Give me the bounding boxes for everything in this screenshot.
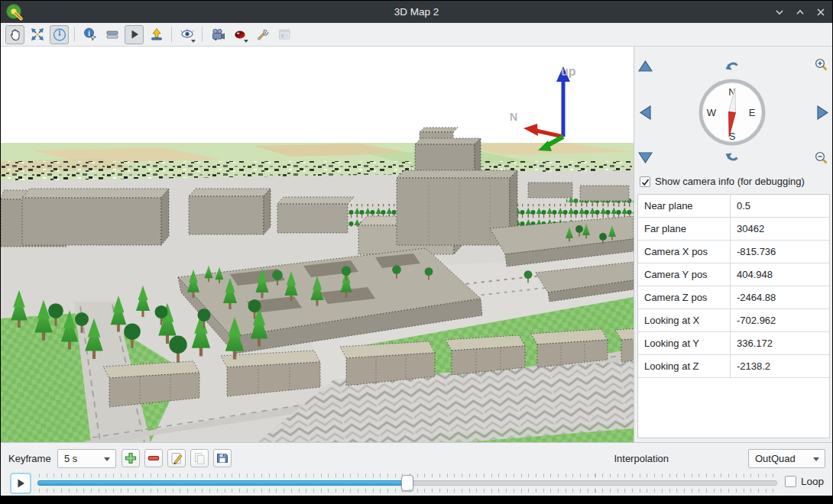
zoom-full-button[interactable] — [28, 25, 47, 44]
row-value: -2138.2 — [731, 355, 829, 377]
save-animation-button[interactable] — [213, 449, 232, 467]
interpolation-label: Interpolation — [614, 453, 669, 464]
table-row: Looking at Z -2138.2 — [638, 355, 829, 378]
minimize-button[interactable] — [773, 6, 785, 18]
row-label: Camera X pos — [638, 241, 731, 263]
identify-button[interactable]: i — [80, 25, 99, 44]
measure-icon — [105, 27, 120, 42]
record-camera-button[interactable] — [208, 25, 227, 44]
table-row: Far plane 30462 — [638, 218, 829, 241]
move-up-button[interactable] — [637, 58, 653, 73]
zoom-full-icon — [30, 27, 45, 42]
row-label: Camera Z pos — [638, 286, 731, 309]
export-arrow-icon — [149, 27, 164, 42]
3d-viewport[interactable]: up N — [1, 47, 634, 442]
qgis-3d-map-window: 3D Map 2 — [1, 1, 832, 496]
zoom-out-icon — [814, 150, 828, 164]
navigation-dial-icon — [52, 27, 67, 42]
move-down-button[interactable] — [637, 150, 653, 165]
compass[interactable]: N E S W — [698, 79, 766, 146]
camera-panel: N E S W Show camera info (for debugging)… — [634, 47, 832, 442]
arrow-down-icon — [638, 152, 653, 163]
table-row: Looking at Y 336.172 — [638, 332, 829, 355]
effects-menu-button[interactable] — [230, 25, 249, 44]
zoom-in-button[interactable] — [813, 57, 828, 72]
axis-north-label: N — [510, 111, 517, 123]
rotate-up-icon — [725, 59, 739, 73]
maximize-button[interactable] — [794, 6, 805, 18]
keyframe-duration-value: 5 s — [64, 453, 77, 464]
row-value: -2464.88 — [731, 286, 829, 309]
interpolation-select[interactable]: OutQuad — [748, 449, 825, 468]
loop-label: Loop — [801, 476, 824, 487]
camera-info-table: Near plane 0.5 Far plane 30462 Camera X … — [637, 194, 830, 438]
rotate-down-icon — [725, 150, 739, 164]
duplicate-keyframe-button[interactable] — [190, 449, 209, 467]
row-value: -815.736 — [731, 241, 829, 263]
table-row: Camera Z pos -2464.88 — [638, 286, 829, 309]
move-left-button[interactable] — [637, 105, 653, 120]
tilt-up-button[interactable] — [724, 58, 740, 73]
row-label: Near plane — [638, 195, 731, 217]
timeline-progress — [37, 480, 407, 486]
svg-text:i: i — [88, 30, 90, 37]
toolbar-separator — [202, 27, 203, 42]
navigation-toggle-button[interactable] — [50, 25, 69, 44]
row-label: Looking at X — [638, 309, 731, 331]
add-keyframe-button[interactable] — [122, 449, 140, 467]
loop-checkbox[interactable] — [785, 476, 796, 487]
save-icon — [216, 451, 229, 465]
keyframe-label: Keyframe — [8, 453, 51, 464]
table-row: Camera X pos -815.736 — [638, 241, 829, 263]
move-right-button[interactable] — [815, 105, 830, 120]
view-menu-button[interactable] — [177, 25, 196, 44]
wrench-icon — [254, 27, 270, 42]
row-label: Camera Y pos — [638, 263, 731, 286]
measure-line-button[interactable] — [102, 25, 122, 44]
movie-camera-icon — [210, 27, 225, 42]
play-animation-button[interactable] — [10, 473, 31, 494]
row-label: Looking at Z — [638, 355, 731, 377]
identify-icon: i — [83, 27, 98, 42]
chevron-down-icon — [774, 7, 785, 18]
play-icon — [127, 27, 142, 42]
animations-button[interactable] — [125, 25, 144, 44]
titlebar[interactable]: 3D Map 2 — [1, 1, 832, 23]
timeline-slider[interactable] — [37, 473, 777, 493]
camera-pan-button[interactable] — [5, 25, 24, 44]
show-camera-info-checkbox[interactable] — [640, 176, 650, 187]
close-button[interactable] — [815, 6, 826, 18]
row-label: Looking at Y — [638, 332, 731, 354]
tilt-down-button[interactable] — [724, 150, 740, 165]
save-image-button[interactable] — [147, 25, 166, 44]
arrow-up-icon — [638, 60, 653, 72]
window-frame — [0, 496, 833, 504]
play-icon — [15, 478, 26, 489]
edit-keyframe-button[interactable] — [167, 449, 186, 467]
arrow-left-icon — [640, 105, 651, 120]
row-value: 336.172 — [731, 332, 829, 354]
compass-east-label: E — [749, 107, 756, 118]
keyframe-duration-select[interactable]: 5 s — [57, 449, 116, 468]
zoom-out-button[interactable] — [813, 150, 828, 165]
axis-up-label: up — [561, 65, 576, 78]
remove-keyframe-button[interactable] — [144, 449, 163, 467]
copy-icon — [193, 451, 206, 465]
dock-panel-icon — [277, 27, 292, 42]
dock-window-button[interactable] — [274, 25, 293, 44]
interpolation-value: OutQuad — [755, 453, 796, 464]
pencil-icon — [170, 451, 183, 465]
chevron-up-icon — [795, 7, 805, 18]
chevron-down-icon — [104, 457, 110, 461]
show-camera-info-label: Show camera info (for debugging) — [655, 176, 805, 187]
minus-icon — [147, 451, 160, 465]
animation-bar: Keyframe 5 s — [1, 442, 832, 496]
configure-button[interactable] — [252, 25, 271, 44]
row-value: 404.948 — [731, 263, 829, 286]
checkmark-icon — [641, 178, 650, 186]
compass-west-label: W — [707, 107, 717, 118]
tick-marks — [39, 489, 776, 493]
row-label: Far plane — [638, 218, 731, 240]
plus-icon — [124, 451, 138, 465]
toolbar-separator — [74, 27, 75, 42]
